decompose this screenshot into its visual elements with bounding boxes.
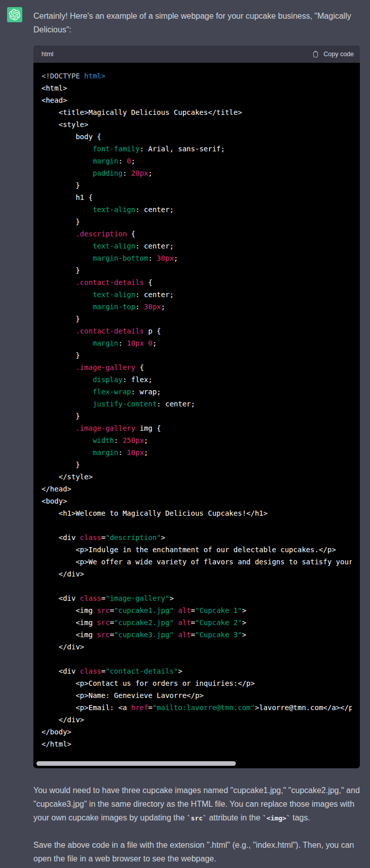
assistant-avatar bbox=[7, 7, 22, 22]
code-line: } bbox=[42, 313, 352, 325]
code-line: margin-bottom: 30px; bbox=[42, 252, 352, 264]
code-line: .description { bbox=[42, 228, 352, 240]
code-line bbox=[42, 519, 352, 531]
message-intro-text: Certainly! Here's an example of a simple… bbox=[33, 9, 360, 36]
code-line bbox=[42, 580, 352, 592]
outro-paragraph-2: Save the above code in a file with the e… bbox=[33, 838, 360, 865]
openai-logo-icon bbox=[9, 9, 20, 20]
code-line: margin: 10px; bbox=[42, 446, 352, 459]
code-line: <body> bbox=[42, 495, 352, 507]
code-pre: <!DOCTYPE html><html><head> <title>Magic… bbox=[42, 70, 352, 750]
horizontal-scrollbar-thumb[interactable] bbox=[36, 761, 236, 766]
code-block-header: html Copy code bbox=[33, 46, 360, 63]
code-line: display: flex; bbox=[42, 374, 352, 386]
outro-paragraph-1: You would need to have three cupcake ima… bbox=[33, 783, 360, 825]
code-line: <img src="cupcake3.jpg" alt="Cupcake 3"> bbox=[42, 629, 352, 641]
code-line: } bbox=[42, 459, 352, 471]
clipboard-icon bbox=[312, 50, 319, 58]
code-line: <p>We offer a wide variety of flavors an… bbox=[42, 556, 352, 568]
code-line: .contact-details p { bbox=[42, 325, 352, 337]
code-block: html Copy code <!DOCTYPE html><html><hea… bbox=[33, 46, 360, 768]
assistant-message-content: Certainly! Here's an example of a simple… bbox=[33, 7, 360, 865]
code-line: <div class="contact-details"> bbox=[42, 665, 352, 677]
code-line: margin-top: 30px; bbox=[42, 301, 352, 313]
code-line: <head> bbox=[42, 94, 352, 106]
code-line: <img src="cupcake2.jpg" alt="Cupcake 2"> bbox=[42, 616, 352, 629]
code-line: </div> bbox=[42, 641, 352, 653]
code-line: .image-gallery img { bbox=[42, 422, 352, 434]
code-line: </div> bbox=[42, 568, 352, 580]
code-line: <p>Email: <a href="mailto:lavorre@tmn.co… bbox=[42, 701, 352, 714]
code-line: </div> bbox=[42, 714, 352, 726]
code-line: <div class="description"> bbox=[42, 531, 352, 544]
code-line: flex-wrap: wrap; bbox=[42, 386, 352, 398]
code-line: } bbox=[42, 179, 352, 191]
code-line bbox=[42, 653, 352, 665]
assistant-message-row: Certainly! Here's an example of a simple… bbox=[0, 0, 370, 865]
code-line: <title>Magically Delicious Cupcakes</tit… bbox=[42, 106, 352, 118]
code-line: </head> bbox=[42, 483, 352, 495]
code-content: <!DOCTYPE html><html><head> <title>Magic… bbox=[33, 63, 360, 768]
inline-code: `<img>` bbox=[263, 814, 291, 822]
code-line: margin: 10px 0; bbox=[42, 337, 352, 349]
code-line: </body> bbox=[42, 726, 352, 738]
code-line: <div class="image-gallery"> bbox=[42, 592, 352, 604]
copy-code-button[interactable]: Copy code bbox=[312, 50, 354, 58]
code-line: <p>Contact us for orders or inquiries:</… bbox=[42, 677, 352, 689]
code-line: .image-gallery { bbox=[42, 361, 352, 374]
code-line: <img src="cupcake1.jpg" alt="Cupcake 1"> bbox=[42, 604, 352, 616]
code-line: <style> bbox=[42, 118, 352, 131]
inline-code: `src` bbox=[187, 814, 207, 822]
code-line: </html> bbox=[42, 738, 352, 750]
code-line: <h1>Welcome to Magically Delicious Cupca… bbox=[42, 507, 352, 519]
code-line: .contact-details { bbox=[42, 276, 352, 288]
code-line: font-family: Arial, sans-serif; bbox=[42, 143, 352, 155]
code-line: } bbox=[42, 216, 352, 228]
code-line: justify-content: center; bbox=[42, 398, 352, 410]
code-line: } bbox=[42, 410, 352, 422]
code-line: text-align: center; bbox=[42, 240, 352, 252]
code-line: <!DOCTYPE html> bbox=[42, 70, 352, 82]
code-line: text-align: center; bbox=[42, 288, 352, 301]
copy-code-label: Copy code bbox=[323, 51, 354, 58]
code-line: } bbox=[42, 264, 352, 276]
code-line: h1 { bbox=[42, 191, 352, 203]
code-line: text-align: center; bbox=[42, 203, 352, 216]
code-line: margin: 0; bbox=[42, 155, 352, 167]
code-language-label: html bbox=[42, 51, 54, 58]
code-line: <html> bbox=[42, 82, 352, 94]
code-line: padding: 20px; bbox=[42, 167, 352, 179]
code-line: <p>Indulge in the enchantment of our del… bbox=[42, 544, 352, 556]
code-line: <p>Name: Genevieve Lavorre</p> bbox=[42, 689, 352, 701]
code-line: } bbox=[42, 349, 352, 361]
code-line: </style> bbox=[42, 471, 352, 483]
code-line: width: 250px; bbox=[42, 434, 352, 446]
code-line: body { bbox=[42, 131, 352, 143]
